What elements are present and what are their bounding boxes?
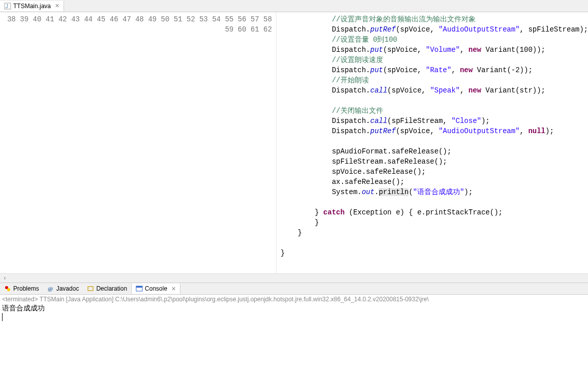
- horizontal-scrollbar[interactable]: ‹: [0, 273, 588, 283]
- code-token: put: [370, 46, 383, 54]
- code-token: catch: [323, 208, 345, 216]
- tab-problems-label: Problems: [13, 285, 39, 292]
- code-token: "AudioOutputStream": [439, 127, 520, 135]
- code-line[interactable]: //关闭输出文件: [281, 106, 588, 116]
- tab-console-label: Console: [145, 285, 167, 292]
- console-output-line: 语音合成成功: [2, 304, 45, 312]
- tab-declaration-label: Declaration: [96, 285, 127, 292]
- code-line[interactable]: spVoice.safeRelease();: [281, 167, 588, 177]
- code-line[interactable]: //设置朗读速度: [281, 55, 588, 65]
- code-token: Dispatch.: [332, 46, 370, 54]
- code-line[interactable]: }: [281, 228, 588, 238]
- code-token: );: [481, 117, 490, 125]
- code-line[interactable]: } catch (Exception e) { e.printStackTrac…: [281, 207, 588, 217]
- code-token: (: [409, 188, 413, 196]
- code-token: new: [469, 46, 481, 54]
- code-token: (spFileStream,: [387, 117, 451, 125]
- code-token: "Speak": [430, 86, 460, 95]
- code-token: }: [298, 229, 302, 237]
- code-token: println: [379, 188, 409, 196]
- console-view: <terminated> TTSMain [Java Application] …: [0, 295, 588, 376]
- code-line[interactable]: [281, 258, 588, 268]
- code-token: out: [362, 188, 375, 196]
- code-line[interactable]: [281, 96, 588, 106]
- code-token: put: [370, 66, 383, 74]
- tab-declaration[interactable]: Declaration: [83, 284, 131, 294]
- code-token: ,: [460, 46, 469, 54]
- close-icon[interactable]: ✕: [171, 286, 176, 292]
- console-output[interactable]: 语音合成成功: [0, 304, 588, 324]
- code-token: "AudioOutputStream": [439, 25, 520, 34]
- line-number-gutter: 38 39 40 41 42 43 44 45 46 47 48 49 50 5…: [0, 12, 276, 273]
- code-line[interactable]: Dispatch.call(spFileStream, "Close");: [281, 116, 588, 126]
- code-line[interactable]: [281, 238, 588, 248]
- editor-tab-label: TTSMain.java: [13, 3, 51, 10]
- code-editor[interactable]: //设置声音对象的音频输出流为输出文件对象 Dispatch.putRef(sp…: [276, 12, 588, 273]
- code-line[interactable]: Dispatch.put(spVoice, "Volume", new Vari…: [281, 45, 588, 55]
- code-token: System.: [332, 188, 362, 196]
- code-line[interactable]: Dispatch.putRef(spVoice, "AudioOutputStr…: [281, 126, 588, 136]
- code-line[interactable]: System.out.println("语音合成成功");: [281, 187, 588, 197]
- close-icon[interactable]: ✕: [55, 3, 59, 9]
- code-token: new: [460, 66, 473, 74]
- code-token: Dispatch.: [332, 117, 370, 125]
- code-token: Dispatch.: [332, 25, 370, 34]
- tab-problems[interactable]: Problems: [0, 284, 43, 294]
- code-token: call: [370, 117, 388, 125]
- code-token: Variant(str));: [481, 86, 545, 95]
- code-token: ,: [451, 66, 460, 74]
- declaration-icon: [87, 285, 94, 292]
- code-token: "Close": [451, 117, 481, 125]
- code-token: }: [315, 218, 319, 227]
- code-token: Dispatch.: [332, 127, 370, 135]
- code-token: "Volume": [426, 46, 460, 54]
- scroll-left-glyph: ‹: [3, 275, 7, 282]
- code-token: Dispatch.: [332, 66, 370, 74]
- svg-rect-7: [136, 286, 142, 288]
- code-token: ,: [460, 86, 469, 95]
- code-token: //设置音量 0到100: [332, 36, 397, 44]
- code-token: //设置朗读速度: [332, 56, 383, 64]
- svg-point-3: [7, 288, 10, 291]
- java-file-icon: J: [4, 3, 11, 10]
- javadoc-icon: @: [47, 285, 54, 292]
- code-token: (spVoice,: [383, 46, 426, 54]
- code-line[interactable]: //设置音量 0到100: [281, 35, 588, 45]
- code-line[interactable]: [281, 136, 588, 146]
- code-token: ax.safeRelease();: [332, 178, 405, 186]
- code-token: putRef: [370, 127, 396, 135]
- code-line[interactable]: Dispatch.put(spVoice, "Rate", new Varian…: [281, 65, 588, 75]
- editor-tab-ttsmain[interactable]: J TTSMain.java ✕: [0, 1, 64, 11]
- code-line[interactable]: }: [281, 248, 588, 258]
- tab-javadoc[interactable]: @ Javadoc: [43, 284, 83, 294]
- code-token: (spVoice,: [383, 66, 426, 74]
- code-line[interactable]: }: [281, 217, 588, 228]
- code-token: );: [545, 127, 554, 135]
- code-token: }: [315, 208, 323, 216]
- svg-text:@: @: [48, 286, 53, 292]
- tab-console[interactable]: Console ✕: [131, 284, 180, 294]
- code-line[interactable]: ax.safeRelease();: [281, 177, 588, 187]
- code-line[interactable]: [281, 197, 588, 207]
- code-token: //设置声音对象的音频输出流为输出文件对象: [332, 15, 476, 23]
- code-line[interactable]: Dispatch.call(spVoice, "Speak", new Vari…: [281, 85, 588, 96]
- bottom-view-tabs: Problems @ Javadoc Declaration Console ✕: [0, 283, 588, 295]
- console-launch-header: <terminated> TTSMain [Java Application] …: [0, 295, 588, 304]
- code-token: spFileStream.safeRelease();: [332, 158, 447, 166]
- code-token: Dispatch.: [332, 86, 370, 95]
- code-line[interactable]: Dispatch.putRef(spVoice, "AudioOutputStr…: [281, 24, 588, 35]
- code-line[interactable]: //设置声音对象的音频输出流为输出文件对象: [281, 14, 588, 24]
- code-line[interactable]: spFileStream.safeRelease();: [281, 156, 588, 167]
- problems-icon: [4, 285, 11, 292]
- code-token: null: [528, 127, 545, 135]
- code-line[interactable]: //开始朗读: [281, 75, 588, 85]
- code-token: "语音合成成功": [413, 188, 465, 196]
- code-token: (spVoice,: [396, 127, 439, 135]
- editor-tab-bar: J TTSMain.java ✕: [0, 0, 588, 12]
- code-token: call: [370, 86, 388, 95]
- code-token: //关闭输出文件: [332, 107, 383, 115]
- svg-text:J: J: [6, 4, 8, 9]
- code-line[interactable]: spAudioFormat.safeRelease();: [281, 146, 588, 156]
- code-token: putRef: [370, 25, 396, 34]
- svg-rect-5: [88, 287, 93, 291]
